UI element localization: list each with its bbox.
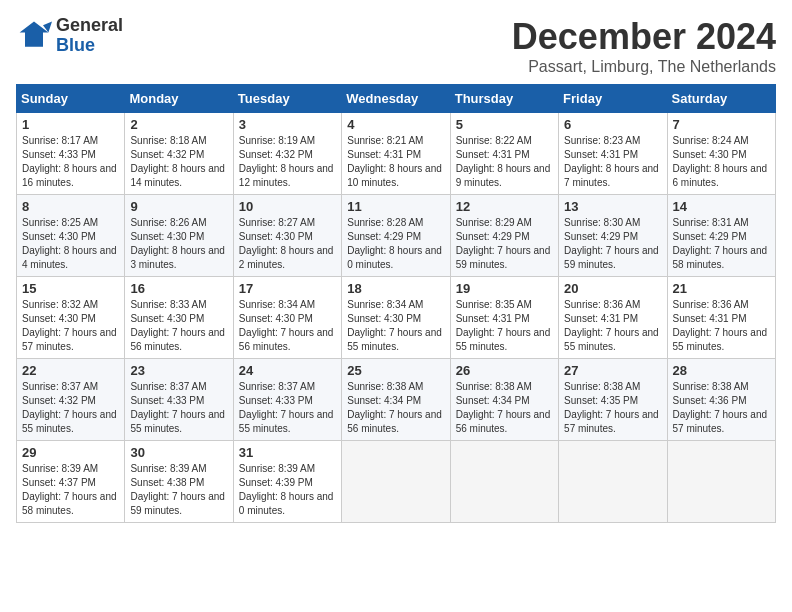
- day-info: Sunrise: 8:38 AM Sunset: 4:36 PM Dayligh…: [673, 380, 770, 436]
- day-info: Sunrise: 8:28 AM Sunset: 4:29 PM Dayligh…: [347, 216, 444, 272]
- day-info: Sunrise: 8:34 AM Sunset: 4:30 PM Dayligh…: [347, 298, 444, 354]
- calendar-cell: 6Sunrise: 8:23 AM Sunset: 4:31 PM Daylig…: [559, 113, 667, 195]
- calendar-cell: 13Sunrise: 8:30 AM Sunset: 4:29 PM Dayli…: [559, 195, 667, 277]
- calendar-cell: [342, 441, 450, 523]
- calendar-cell: [559, 441, 667, 523]
- calendar-week-row: 22Sunrise: 8:37 AM Sunset: 4:32 PM Dayli…: [17, 359, 776, 441]
- calendar-day-header: Sunday: [17, 85, 125, 113]
- day-info: Sunrise: 8:23 AM Sunset: 4:31 PM Dayligh…: [564, 134, 661, 190]
- calendar-cell: 17Sunrise: 8:34 AM Sunset: 4:30 PM Dayli…: [233, 277, 341, 359]
- calendar-cell: 27Sunrise: 8:38 AM Sunset: 4:35 PM Dayli…: [559, 359, 667, 441]
- day-info: Sunrise: 8:18 AM Sunset: 4:32 PM Dayligh…: [130, 134, 227, 190]
- calendar-cell: 16Sunrise: 8:33 AM Sunset: 4:30 PM Dayli…: [125, 277, 233, 359]
- calendar-cell: 28Sunrise: 8:38 AM Sunset: 4:36 PM Dayli…: [667, 359, 775, 441]
- calendar-day-header: Tuesday: [233, 85, 341, 113]
- calendar-cell: 24Sunrise: 8:37 AM Sunset: 4:33 PM Dayli…: [233, 359, 341, 441]
- day-number: 24: [239, 363, 336, 378]
- calendar-cell: 23Sunrise: 8:37 AM Sunset: 4:33 PM Dayli…: [125, 359, 233, 441]
- day-number: 27: [564, 363, 661, 378]
- calendar-day-header: Monday: [125, 85, 233, 113]
- day-number: 22: [22, 363, 119, 378]
- day-number: 18: [347, 281, 444, 296]
- day-number: 14: [673, 199, 770, 214]
- day-number: 23: [130, 363, 227, 378]
- title-section: December 2024 Passart, Limburg, The Neth…: [512, 16, 776, 76]
- calendar-cell: 4Sunrise: 8:21 AM Sunset: 4:31 PM Daylig…: [342, 113, 450, 195]
- logo: General Blue: [16, 16, 123, 56]
- day-info: Sunrise: 8:17 AM Sunset: 4:33 PM Dayligh…: [22, 134, 119, 190]
- day-number: 17: [239, 281, 336, 296]
- calendar-cell: 29Sunrise: 8:39 AM Sunset: 4:37 PM Dayli…: [17, 441, 125, 523]
- day-info: Sunrise: 8:36 AM Sunset: 4:31 PM Dayligh…: [564, 298, 661, 354]
- day-info: Sunrise: 8:38 AM Sunset: 4:34 PM Dayligh…: [456, 380, 553, 436]
- logo-icon: [16, 18, 52, 54]
- day-info: Sunrise: 8:39 AM Sunset: 4:38 PM Dayligh…: [130, 462, 227, 518]
- day-number: 4: [347, 117, 444, 132]
- location: Passart, Limburg, The Netherlands: [512, 58, 776, 76]
- calendar-cell: 15Sunrise: 8:32 AM Sunset: 4:30 PM Dayli…: [17, 277, 125, 359]
- calendar-cell: 7Sunrise: 8:24 AM Sunset: 4:30 PM Daylig…: [667, 113, 775, 195]
- calendar-day-header: Wednesday: [342, 85, 450, 113]
- day-number: 21: [673, 281, 770, 296]
- logo-general: General: [56, 16, 123, 36]
- day-info: Sunrise: 8:37 AM Sunset: 4:33 PM Dayligh…: [130, 380, 227, 436]
- day-number: 28: [673, 363, 770, 378]
- calendar-cell: 5Sunrise: 8:22 AM Sunset: 4:31 PM Daylig…: [450, 113, 558, 195]
- calendar-cell: 18Sunrise: 8:34 AM Sunset: 4:30 PM Dayli…: [342, 277, 450, 359]
- day-info: Sunrise: 8:39 AM Sunset: 4:37 PM Dayligh…: [22, 462, 119, 518]
- calendar-cell: 2Sunrise: 8:18 AM Sunset: 4:32 PM Daylig…: [125, 113, 233, 195]
- day-info: Sunrise: 8:37 AM Sunset: 4:32 PM Dayligh…: [22, 380, 119, 436]
- day-info: Sunrise: 8:39 AM Sunset: 4:39 PM Dayligh…: [239, 462, 336, 518]
- day-info: Sunrise: 8:32 AM Sunset: 4:30 PM Dayligh…: [22, 298, 119, 354]
- calendar-cell: 21Sunrise: 8:36 AM Sunset: 4:31 PM Dayli…: [667, 277, 775, 359]
- day-info: Sunrise: 8:19 AM Sunset: 4:32 PM Dayligh…: [239, 134, 336, 190]
- calendar-day-header: Thursday: [450, 85, 558, 113]
- page-header: General Blue December 2024 Passart, Limb…: [16, 16, 776, 76]
- calendar-week-row: 15Sunrise: 8:32 AM Sunset: 4:30 PM Dayli…: [17, 277, 776, 359]
- calendar-cell: 3Sunrise: 8:19 AM Sunset: 4:32 PM Daylig…: [233, 113, 341, 195]
- day-info: Sunrise: 8:36 AM Sunset: 4:31 PM Dayligh…: [673, 298, 770, 354]
- day-info: Sunrise: 8:24 AM Sunset: 4:30 PM Dayligh…: [673, 134, 770, 190]
- day-number: 20: [564, 281, 661, 296]
- day-number: 3: [239, 117, 336, 132]
- day-number: 31: [239, 445, 336, 460]
- day-info: Sunrise: 8:33 AM Sunset: 4:30 PM Dayligh…: [130, 298, 227, 354]
- day-number: 13: [564, 199, 661, 214]
- calendar-cell: 8Sunrise: 8:25 AM Sunset: 4:30 PM Daylig…: [17, 195, 125, 277]
- calendar-cell: 22Sunrise: 8:37 AM Sunset: 4:32 PM Dayli…: [17, 359, 125, 441]
- day-info: Sunrise: 8:22 AM Sunset: 4:31 PM Dayligh…: [456, 134, 553, 190]
- calendar-cell: 30Sunrise: 8:39 AM Sunset: 4:38 PM Dayli…: [125, 441, 233, 523]
- day-info: Sunrise: 8:27 AM Sunset: 4:30 PM Dayligh…: [239, 216, 336, 272]
- day-info: Sunrise: 8:25 AM Sunset: 4:30 PM Dayligh…: [22, 216, 119, 272]
- calendar-cell: 9Sunrise: 8:26 AM Sunset: 4:30 PM Daylig…: [125, 195, 233, 277]
- calendar-day-header: Friday: [559, 85, 667, 113]
- month-title: December 2024: [512, 16, 776, 58]
- day-info: Sunrise: 8:26 AM Sunset: 4:30 PM Dayligh…: [130, 216, 227, 272]
- calendar-cell: [667, 441, 775, 523]
- day-number: 19: [456, 281, 553, 296]
- day-info: Sunrise: 8:38 AM Sunset: 4:34 PM Dayligh…: [347, 380, 444, 436]
- day-number: 25: [347, 363, 444, 378]
- day-number: 11: [347, 199, 444, 214]
- calendar-cell: 31Sunrise: 8:39 AM Sunset: 4:39 PM Dayli…: [233, 441, 341, 523]
- day-info: Sunrise: 8:21 AM Sunset: 4:31 PM Dayligh…: [347, 134, 444, 190]
- day-info: Sunrise: 8:34 AM Sunset: 4:30 PM Dayligh…: [239, 298, 336, 354]
- calendar-cell: 10Sunrise: 8:27 AM Sunset: 4:30 PM Dayli…: [233, 195, 341, 277]
- day-number: 12: [456, 199, 553, 214]
- day-number: 8: [22, 199, 119, 214]
- calendar-day-header: Saturday: [667, 85, 775, 113]
- calendar-cell: 26Sunrise: 8:38 AM Sunset: 4:34 PM Dayli…: [450, 359, 558, 441]
- calendar-cell: 25Sunrise: 8:38 AM Sunset: 4:34 PM Dayli…: [342, 359, 450, 441]
- day-number: 5: [456, 117, 553, 132]
- day-info: Sunrise: 8:35 AM Sunset: 4:31 PM Dayligh…: [456, 298, 553, 354]
- day-number: 1: [22, 117, 119, 132]
- calendar-cell: 1Sunrise: 8:17 AM Sunset: 4:33 PM Daylig…: [17, 113, 125, 195]
- calendar-cell: 20Sunrise: 8:36 AM Sunset: 4:31 PM Dayli…: [559, 277, 667, 359]
- day-info: Sunrise: 8:29 AM Sunset: 4:29 PM Dayligh…: [456, 216, 553, 272]
- logo-blue: Blue: [56, 36, 123, 56]
- day-info: Sunrise: 8:30 AM Sunset: 4:29 PM Dayligh…: [564, 216, 661, 272]
- calendar-cell: 11Sunrise: 8:28 AM Sunset: 4:29 PM Dayli…: [342, 195, 450, 277]
- day-info: Sunrise: 8:37 AM Sunset: 4:33 PM Dayligh…: [239, 380, 336, 436]
- day-number: 7: [673, 117, 770, 132]
- calendar-week-row: 29Sunrise: 8:39 AM Sunset: 4:37 PM Dayli…: [17, 441, 776, 523]
